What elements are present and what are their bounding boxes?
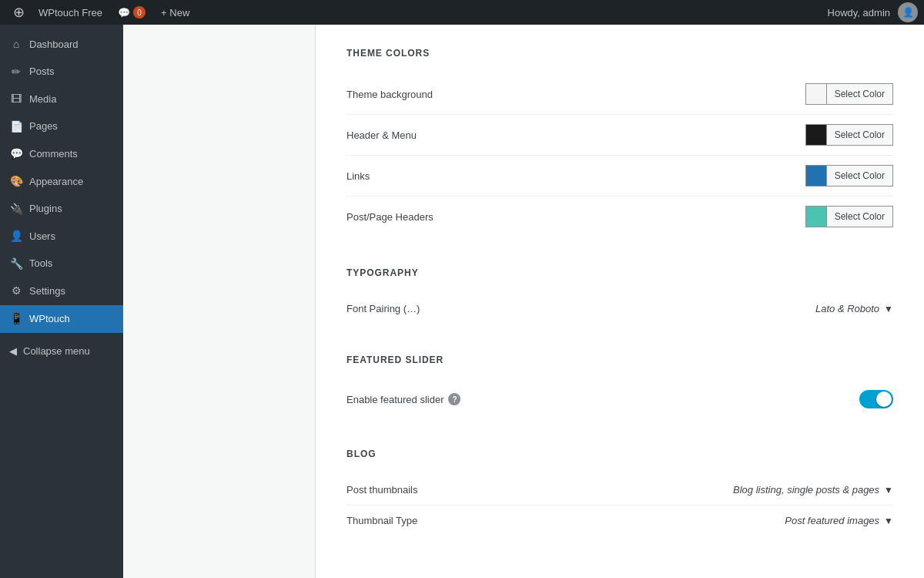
sidebar-item-comments[interactable]: 💬Comments: [0, 140, 123, 168]
sidebar-item-media[interactable]: 🎞Media: [0, 86, 123, 113]
sidebar-item-label: Posts: [29, 65, 55, 79]
links-color-btn[interactable]: Select Color: [827, 165, 893, 187]
thumbnail-type-arrow: ▼: [884, 516, 893, 526]
links-color-select: Select Color: [805, 165, 893, 187]
enable-slider-toggle[interactable]: [859, 390, 893, 408]
font-pairing-arrow: ▼: [884, 304, 893, 314]
adminbar-right: Howdy, admin 👤: [820, 2, 918, 22]
links-label: Links: [346, 170, 370, 182]
media-icon: 🎞: [9, 92, 23, 107]
post-thumbnails-label: Post thumbnails: [346, 484, 418, 496]
comments-icon: 💬: [9, 146, 23, 162]
sidebar-item-posts[interactable]: ✏Posts: [0, 59, 123, 86]
post-thumbnails-value: Blog listing, single posts & pages: [733, 484, 879, 496]
sidebar: ⌂Dashboard✏Posts🎞Media📄Pages💬Comments🎨Ap…: [0, 25, 123, 578]
font-pairing-label: Font Pairing (…): [346, 303, 420, 314]
sidebar-item-label: WPtouch: [29, 312, 70, 326]
featured-slider-title: FEATURED SLIDER: [346, 355, 893, 365]
comments-count-badge: 0: [133, 6, 146, 18]
plugins-icon: 🔌: [9, 202, 23, 217]
font-pairing-value: Lato & Roboto: [815, 303, 879, 314]
sidebar-item-label: Users: [29, 230, 55, 244]
header-menu-color-select: Select Color: [805, 124, 893, 146]
pages-icon: 📄: [9, 119, 23, 135]
links-row: Links Select Color: [346, 156, 893, 197]
sidebar-item-dashboard[interactable]: ⌂Dashboard: [0, 31, 123, 59]
header-menu-label: Header & Menu: [346, 129, 417, 141]
header-menu-color-btn[interactable]: Select Color: [827, 124, 893, 146]
theme-colors-section: THEME COLORS Theme background Select Col…: [346, 48, 893, 237]
sidebar-item-pages[interactable]: 📄Pages: [0, 113, 123, 141]
typography-section: TYPOGRAPHY Font Pairing (…) Lato & Robot…: [346, 267, 893, 324]
settings-content: THEME COLORS Theme background Select Col…: [316, 25, 924, 578]
blog-title: BLOG: [346, 449, 893, 459]
theme-bg-color-btn[interactable]: Select Color: [827, 83, 893, 105]
thumbnail-type-row: Thumbnail Type Post featured images ▼: [346, 506, 893, 536]
sidebar-item-appearance[interactable]: 🎨Appearance: [0, 168, 123, 196]
sidebar-item-label: Comments: [29, 147, 78, 161]
collapse-menu-button[interactable]: ◀ Collapse menu: [0, 339, 123, 363]
sidebar-item-label: Pages: [29, 119, 58, 133]
typography-title: TYPOGRAPHY: [346, 267, 893, 278]
sidebar-item-plugins[interactable]: 🔌Plugins: [0, 196, 123, 223]
theme-colors-title: THEME COLORS: [346, 48, 893, 59]
adminbar-new[interactable]: + New: [153, 0, 197, 25]
sidebar-item-users[interactable]: 👤Users: [0, 223, 123, 250]
post-thumbnails-arrow: ▼: [884, 485, 893, 496]
sidebar-item-label: Plugins: [29, 202, 62, 216]
tools-icon: 🔧: [9, 257, 23, 272]
thumbnail-type-value: Post featured images: [785, 515, 879, 526]
theme-bg-row: Theme background Select Color: [346, 74, 893, 115]
enable-slider-label: Enable featured slider ?: [346, 393, 460, 405]
sidebar-item-label: Settings: [29, 284, 65, 298]
adminbar-comments[interactable]: 💬 0: [110, 0, 153, 25]
sidebar-item-tools[interactable]: 🔧Tools: [0, 250, 123, 278]
theme-bg-label: Theme background: [346, 89, 433, 100]
dashboard-icon: ⌂: [9, 37, 23, 52]
header-menu-row: Header & Menu Select Color: [346, 115, 893, 156]
left-panel: [123, 25, 316, 578]
adminbar-site-name[interactable]: WPtouch Free: [31, 0, 110, 25]
enable-slider-row: Enable featured slider ?: [346, 381, 893, 418]
comment-icon: 💬: [118, 7, 130, 18]
post-headers-color-btn[interactable]: Select Color: [827, 206, 893, 227]
admin-avatar[interactable]: 👤: [898, 2, 918, 22]
settings-icon: ⚙: [9, 284, 23, 299]
users-icon: 👤: [9, 229, 23, 244]
featured-slider-section: FEATURED SLIDER Enable featured slider ?: [346, 355, 893, 418]
theme-bg-swatch: [805, 83, 827, 105]
post-headers-swatch: [805, 206, 827, 227]
post-headers-label: Post/Page Headers: [346, 211, 434, 223]
sidebar-item-label: Tools: [29, 257, 52, 271]
toggle-thumb: [876, 391, 892, 407]
wp-logo[interactable]: ⊕: [6, 0, 31, 25]
sidebar-item-label: Dashboard: [29, 38, 79, 52]
header-menu-swatch: [805, 124, 827, 146]
wptouch-icon: 📱: [9, 311, 23, 327]
posts-icon: ✏: [9, 65, 23, 80]
admin-bar: ⊕ WPtouch Free 💬 0 + New Howdy, admin 👤: [0, 0, 924, 25]
sidebar-item-label: Appearance: [29, 175, 83, 189]
post-thumbnails-dropdown[interactable]: Blog listing, single posts & pages ▼: [733, 484, 893, 496]
font-pairing-dropdown[interactable]: Lato & Roboto ▼: [815, 303, 893, 314]
thumbnail-type-label: Thumbnail Type: [346, 515, 417, 526]
font-pairing-row: Font Pairing (…) Lato & Roboto ▼: [346, 294, 893, 324]
sidebar-item-label: Media: [29, 92, 56, 106]
post-headers-color-select: Select Color: [805, 206, 893, 227]
post-headers-row: Post/Page Headers Select Color: [346, 197, 893, 237]
appearance-icon: 🎨: [9, 174, 23, 190]
theme-bg-color-select: Select Color: [805, 83, 893, 105]
thumbnail-type-dropdown[interactable]: Post featured images ▼: [785, 515, 893, 526]
adminbar-howdy: Howdy, admin: [820, 7, 898, 18]
sidebar-item-wptouch[interactable]: 📱WPtouch: [0, 305, 123, 333]
enable-slider-help-icon[interactable]: ?: [448, 393, 460, 405]
links-swatch: [805, 165, 827, 187]
collapse-icon: ◀: [9, 345, 17, 357]
post-thumbnails-row: Post thumbnails Blog listing, single pos…: [346, 475, 893, 506]
sidebar-item-settings[interactable]: ⚙Settings: [0, 277, 123, 305]
blog-section: BLOG Post thumbnails Blog listing, singl…: [346, 449, 893, 536]
